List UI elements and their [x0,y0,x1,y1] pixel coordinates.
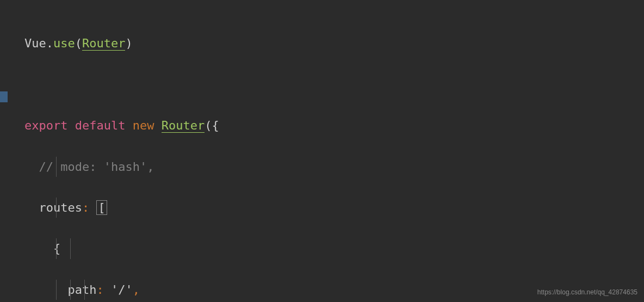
identifier-router: Router [82,36,125,51]
identifier-router: Router [162,119,205,133]
lbrace: { [53,242,60,255]
code-editor[interactable]: Vue.use(Router) export default new Route… [0,0,644,302]
keyword-export: export [24,119,67,132]
prop-path: path [67,283,96,297]
code-line-5[interactable]: routes: [ [24,198,644,218]
keyword-new: new [133,119,154,132]
code-line-3[interactable]: export default new Router({ [24,115,644,136]
colon: : [82,201,89,214]
gutter-marker [0,91,8,102]
code-line-4[interactable]: // mode: 'hash', [24,157,644,177]
dot: . [46,36,53,50]
string-path: '/' [111,283,133,297]
code-line-6[interactable]: { [24,238,644,259]
keyword-default: default [75,119,126,132]
prop-routes: routes [39,201,82,214]
code-line-1[interactable]: Vue.use(Router) [24,33,644,54]
lbrace: { [212,119,219,132]
watermark: https://blog.csdn.net/qq_42874635 [537,287,637,298]
rparen: ) [125,36,132,50]
lparen: ( [75,36,82,50]
comma: , [133,283,140,297]
code-line-2[interactable] [24,75,644,95]
method-use: use [53,36,75,50]
identifier-vue: Vue [24,36,46,50]
lbracket: [ [96,200,107,215]
colon: : [96,283,103,297]
lparen: ( [205,119,212,132]
